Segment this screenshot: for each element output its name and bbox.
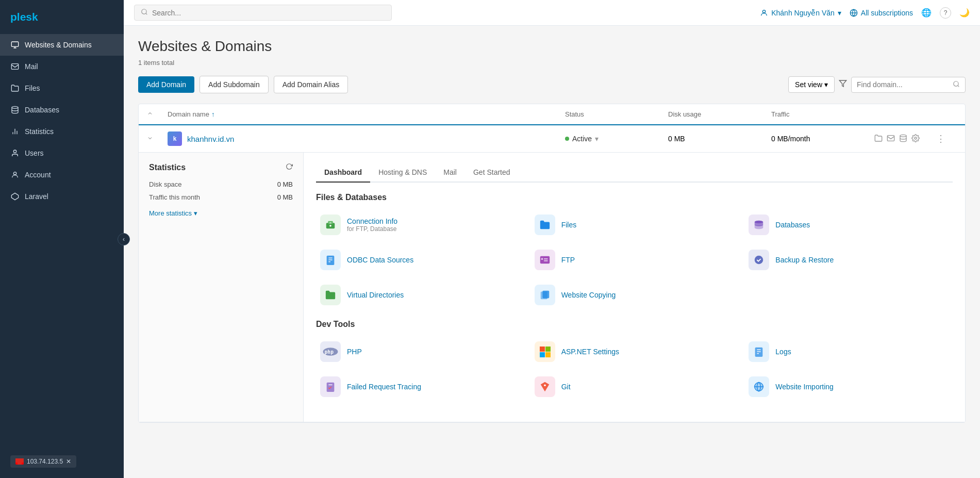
feature-aspnet[interactable]: ASP.NET Settings [530, 337, 739, 366]
add-domain-button[interactable]: Add Domain [138, 76, 194, 93]
tab-dashboard[interactable]: Dashboard [316, 163, 370, 183]
status-dropdown-icon[interactable]: ▾ [595, 135, 599, 143]
connection-info-info: Connection Info for FTP, Database [347, 217, 397, 233]
filter-icon[interactable] [839, 79, 847, 90]
files-info: Files [561, 221, 577, 229]
search-box[interactable] [134, 5, 392, 21]
dashboard-tabs: Dashboard Hosting & DNS Mail Get Started [316, 163, 953, 183]
databases-name: Databases [775, 221, 810, 229]
website-copying-info: Website Copying [561, 291, 616, 299]
feature-files[interactable]: Files [530, 210, 739, 239]
status-text: Active [572, 135, 592, 143]
svg-line-11 [146, 13, 147, 15]
domain-expanded-panel: Statistics Disk space 0 MB Traffic this … [139, 152, 965, 422]
svg-point-16 [954, 81, 958, 86]
svg-point-20 [915, 137, 917, 139]
traffic-label: Traffic this month [149, 193, 200, 201]
more-actions-icon[interactable]: ⋮ [936, 133, 957, 144]
ftp-name: FTP [561, 256, 575, 264]
svg-point-12 [763, 10, 766, 12]
virtual-dirs-icon [320, 285, 341, 305]
find-domain-input[interactable] [857, 80, 950, 89]
ip-close-icon[interactable]: ✕ [66, 458, 71, 465]
tab-get-started[interactable]: Get Started [465, 163, 519, 183]
subscriptions-menu[interactable]: All subscriptions [850, 9, 913, 17]
row-expand-icon[interactable] [147, 135, 168, 143]
sort-asc-icon[interactable]: ↑ [211, 110, 215, 118]
find-domain-box[interactable] [851, 77, 966, 93]
feature-backup[interactable]: Backup & Restore [744, 245, 953, 274]
sidebar-item-users[interactable]: Users [0, 142, 124, 164]
svg-marker-9 [11, 193, 18, 200]
feature-virtual-dirs[interactable]: Virtual Directories [316, 281, 524, 309]
sidebar-item-databases[interactable]: Databases [0, 99, 124, 121]
connection-info-desc: for FTP, Database [347, 225, 397, 233]
feature-ftp[interactable]: FTP [530, 245, 739, 274]
expand-all-icon[interactable] [147, 110, 168, 118]
feature-odbc[interactable]: ODBC Data Sources [316, 245, 524, 274]
sidebar-item-mail[interactable]: Mail [0, 56, 124, 77]
feature-databases[interactable]: Databases [744, 210, 953, 239]
php-icon: php [320, 341, 341, 362]
svg-rect-43 [755, 348, 763, 357]
virtual-dirs-name: Virtual Directories [347, 291, 404, 299]
files-databases-title: Files & Databases [316, 193, 953, 202]
database-row-icon[interactable] [899, 134, 907, 144]
svg-rect-30 [540, 256, 549, 264]
sidebar-item-websites[interactable]: Websites & Domains [0, 34, 124, 56]
php-info: PHP [347, 348, 362, 356]
tab-mail[interactable]: Mail [435, 163, 465, 183]
svg-rect-40 [545, 347, 551, 352]
domain-name[interactable]: khanhnv.id.vn [187, 135, 234, 143]
feature-git[interactable]: Git [530, 372, 739, 401]
svg-rect-2 [11, 64, 18, 70]
svg-rect-39 [540, 347, 545, 352]
sidebar-item-laravel[interactable]: Laravel [0, 186, 124, 207]
add-subdomain-button[interactable]: Add Subdomain [200, 76, 269, 93]
disk-space-label: Disk space [149, 180, 182, 188]
sidebar-item-statistics[interactable]: Statistics [0, 121, 124, 142]
website-importing-name: Website Importing [775, 383, 834, 391]
col-domain-name: Domain name ↑ [168, 110, 565, 118]
feature-failed-request[interactable]: Failed Request Tracing [316, 372, 524, 401]
files-icon [10, 84, 20, 93]
user-menu[interactable]: Khánh Nguyễn Văn ▾ [760, 9, 841, 17]
feature-php[interactable]: php PHP [316, 337, 524, 366]
feature-logs[interactable]: Logs [744, 337, 953, 366]
logo: plesk [0, 0, 124, 34]
stats-title: Statistics [149, 163, 293, 172]
folder-icon[interactable] [874, 134, 883, 144]
logs-info: Logs [775, 348, 791, 356]
feature-website-importing[interactable]: Website Importing [744, 372, 953, 401]
topbar-right: Khánh Nguyễn Văn ▾ All subscriptions 🌐 ?… [760, 7, 970, 19]
tab-hosting-dns[interactable]: Hosting & DNS [370, 163, 435, 183]
svg-point-23 [329, 225, 331, 227]
feature-connection-info[interactable]: Connection Info for FTP, Database [316, 210, 524, 239]
search-input[interactable] [152, 9, 385, 17]
col-domain-label: Domain name [168, 110, 209, 118]
settings-row-icon[interactable] [911, 134, 920, 144]
theme-icon[interactable]: 🌙 [959, 8, 970, 18]
status-badge: Active ▾ [565, 135, 668, 143]
more-statistics-link[interactable]: More statistics ▾ [149, 209, 293, 217]
sidebar-item-account[interactable]: Account [0, 164, 124, 186]
ip-tag: 103.74.123.5 ✕ [10, 455, 76, 468]
sidebar-item-files[interactable]: Files [0, 77, 124, 99]
add-domain-alias-button[interactable]: Add Domain Alias [274, 76, 348, 93]
sidebar-collapse-button[interactable]: ‹ [118, 233, 130, 245]
help-icon[interactable]: ? [940, 7, 951, 19]
ip-address: 103.74.123.5 [27, 458, 63, 465]
globe-icon[interactable]: 🌐 [921, 8, 932, 18]
set-view-button[interactable]: Set view ▾ [788, 76, 835, 93]
git-name: Git [561, 383, 571, 391]
php-name: PHP [347, 348, 362, 356]
mail-row-icon[interactable] [887, 134, 895, 144]
svg-text:php: php [325, 349, 334, 355]
failed-request-icon [320, 376, 341, 397]
chevron-down-icon: ▾ [824, 80, 828, 89]
sidebar-item-files-label: Files [25, 84, 40, 92]
bar-chart-icon [10, 127, 20, 136]
feature-website-copying[interactable]: Website Copying [530, 281, 739, 309]
svg-point-7 [13, 150, 16, 153]
refresh-icon[interactable] [286, 163, 293, 172]
